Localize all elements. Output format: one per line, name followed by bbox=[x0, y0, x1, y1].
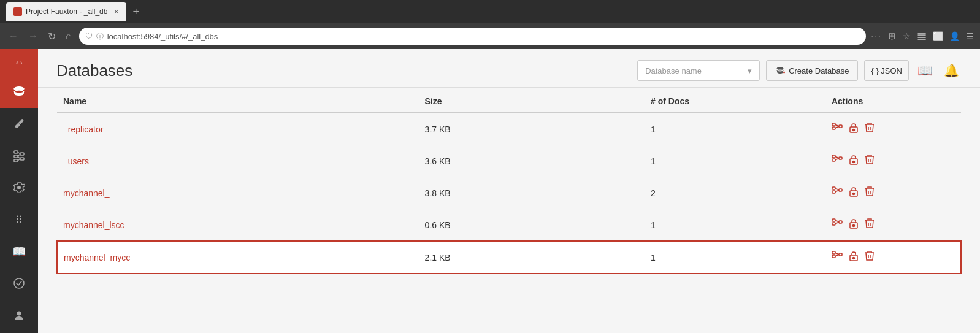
svg-rect-44 bbox=[839, 221, 842, 223]
svg-line-36 bbox=[835, 188, 839, 190]
svg-line-27 bbox=[835, 156, 839, 158]
library-icon[interactable]: 𝌆 bbox=[917, 29, 927, 43]
svg-rect-5 bbox=[20, 158, 24, 160]
db-name-link[interactable]: _users bbox=[63, 156, 89, 166]
menu-icon[interactable]: ☰ bbox=[966, 31, 974, 41]
pocket-icon[interactable]: ⛨ bbox=[888, 31, 897, 41]
bookmark-icon[interactable]: ☆ bbox=[903, 31, 911, 41]
sidebar-item-replication[interactable] bbox=[0, 140, 38, 172]
sidebar-item-databases[interactable] bbox=[0, 76, 38, 108]
databases-table: Name Size # of Docs Actions _replicator … bbox=[56, 88, 962, 274]
table-row: _users 3.6 KB 1 bbox=[57, 145, 961, 177]
sidebar-item-config[interactable] bbox=[0, 172, 38, 204]
svg-rect-52 bbox=[832, 255, 835, 258]
tab-title: Project Fauxton - _all_db bbox=[26, 7, 107, 16]
db-size-cell: 0.6 KB bbox=[419, 209, 645, 242]
sidebar-item-docs[interactable]: 📖 bbox=[0, 235, 38, 267]
sidebar-item-back[interactable]: ↔ bbox=[0, 49, 38, 76]
table-header-row: Name Size # of Docs Actions bbox=[57, 88, 961, 113]
svg-rect-17 bbox=[839, 125, 842, 128]
notification-icon[interactable]: 🔔 bbox=[941, 63, 962, 78]
replicate-icon[interactable] bbox=[832, 122, 843, 136]
sidebar-item-activetasks[interactable]: ⠿ bbox=[0, 204, 38, 235]
svg-rect-3 bbox=[14, 159, 18, 162]
action-icons-group bbox=[832, 186, 955, 200]
browser-chrome: Project Fauxton - _all_db ✕ + bbox=[0, 0, 980, 23]
db-docs-cell: 1 bbox=[645, 113, 825, 145]
db-actions-cell bbox=[825, 113, 961, 145]
shield-icon: 🛡 bbox=[85, 32, 93, 40]
permissions-icon[interactable] bbox=[849, 250, 859, 264]
svg-point-48 bbox=[852, 225, 854, 227]
db-docs-cell: 1 bbox=[645, 241, 825, 274]
profile-icon[interactable]: 👤 bbox=[949, 31, 960, 41]
tab-bar: Project Fauxton - _all_db ✕ + bbox=[6, 2, 143, 21]
sidebar-item-login[interactable] bbox=[0, 299, 38, 331]
db-docs-cell: 1 bbox=[645, 145, 825, 177]
permissions-icon[interactable] bbox=[849, 218, 859, 232]
replicate-icon[interactable] bbox=[832, 186, 843, 200]
permissions-icon[interactable] bbox=[849, 154, 859, 168]
back-button[interactable]: ← bbox=[6, 28, 21, 44]
book-icon: 📖 bbox=[12, 245, 26, 258]
svg-line-18 bbox=[835, 124, 839, 126]
svg-rect-42 bbox=[832, 219, 835, 221]
svg-point-0 bbox=[14, 86, 24, 90]
delete-icon[interactable] bbox=[865, 186, 875, 200]
svg-rect-33 bbox=[832, 187, 835, 189]
permissions-icon[interactable] bbox=[849, 186, 859, 200]
db-size-cell: 2.1 KB bbox=[419, 241, 645, 274]
tab-close-button[interactable]: ✕ bbox=[113, 8, 119, 16]
url-display: localhost:5984/_utils/#/_all_dbs bbox=[107, 32, 218, 41]
delete-icon[interactable] bbox=[865, 154, 875, 168]
sidebar: ↔ bbox=[0, 49, 38, 333]
refresh-button[interactable]: ↻ bbox=[45, 28, 58, 45]
check-circle-icon bbox=[13, 277, 25, 289]
documentation-icon[interactable]: 📖 bbox=[915, 63, 935, 78]
permissions-icon[interactable] bbox=[849, 122, 859, 136]
db-name-link[interactable]: mychannel_ bbox=[63, 188, 110, 198]
replicate-icon[interactable] bbox=[832, 218, 843, 232]
svg-rect-51 bbox=[832, 251, 835, 254]
db-name-link[interactable]: mychannel_mycc bbox=[64, 253, 130, 262]
svg-point-57 bbox=[852, 258, 854, 259]
forward-button[interactable]: → bbox=[26, 28, 40, 44]
delete-icon[interactable] bbox=[865, 218, 875, 232]
delete-icon[interactable] bbox=[865, 122, 875, 136]
svg-line-54 bbox=[835, 253, 839, 255]
replicate-icon[interactable] bbox=[832, 154, 843, 168]
replication-icon bbox=[13, 150, 25, 162]
svg-rect-43 bbox=[832, 223, 835, 225]
wrench-icon bbox=[13, 118, 25, 130]
create-database-button[interactable]: Create Database bbox=[766, 60, 858, 81]
svg-line-28 bbox=[835, 158, 839, 160]
url-host: localhost:5984/_utils/#/_all_dbs bbox=[107, 32, 218, 41]
db-name-link[interactable]: mychannel_lscc bbox=[63, 220, 124, 230]
database-name-input[interactable]: Database name ▾ bbox=[637, 60, 760, 81]
svg-rect-2 bbox=[14, 155, 18, 158]
new-tab-button[interactable]: + bbox=[129, 6, 143, 18]
svg-rect-34 bbox=[832, 191, 835, 193]
db-name-link[interactable]: _replicator bbox=[63, 124, 103, 134]
db-actions-cell bbox=[825, 209, 961, 242]
sidebar-item-verify[interactable] bbox=[0, 267, 38, 299]
column-header-docs: # of Docs bbox=[645, 88, 825, 113]
svg-line-7 bbox=[18, 154, 20, 156]
tabs-icon[interactable]: ⬜ bbox=[933, 31, 943, 41]
back-arrow-icon: ↔ bbox=[13, 56, 25, 69]
tab-favicon bbox=[13, 7, 22, 16]
db-name-cell: mychannel_ bbox=[57, 177, 419, 209]
delete-icon[interactable] bbox=[865, 250, 875, 264]
svg-rect-26 bbox=[839, 157, 842, 159]
more-options-icon[interactable]: ··· bbox=[871, 31, 882, 41]
db-size-cell: 3.8 KB bbox=[419, 177, 645, 209]
sidebar-item-setup[interactable] bbox=[0, 108, 38, 140]
active-tab[interactable]: Project Fauxton - _all_db ✕ bbox=[6, 2, 126, 21]
address-bar[interactable]: 🛡 ⓘ localhost:5984/_utils/#/_all_dbs bbox=[79, 28, 867, 45]
replicate-icon[interactable] bbox=[832, 250, 843, 264]
home-button[interactable]: ⌂ bbox=[63, 28, 74, 44]
table-body: _replicator 3.7 KB 1 bbox=[57, 113, 961, 274]
json-button[interactable]: { } JSON bbox=[864, 60, 909, 81]
db-actions-cell bbox=[825, 177, 961, 209]
activetasks-icon: ⠿ bbox=[15, 214, 23, 226]
